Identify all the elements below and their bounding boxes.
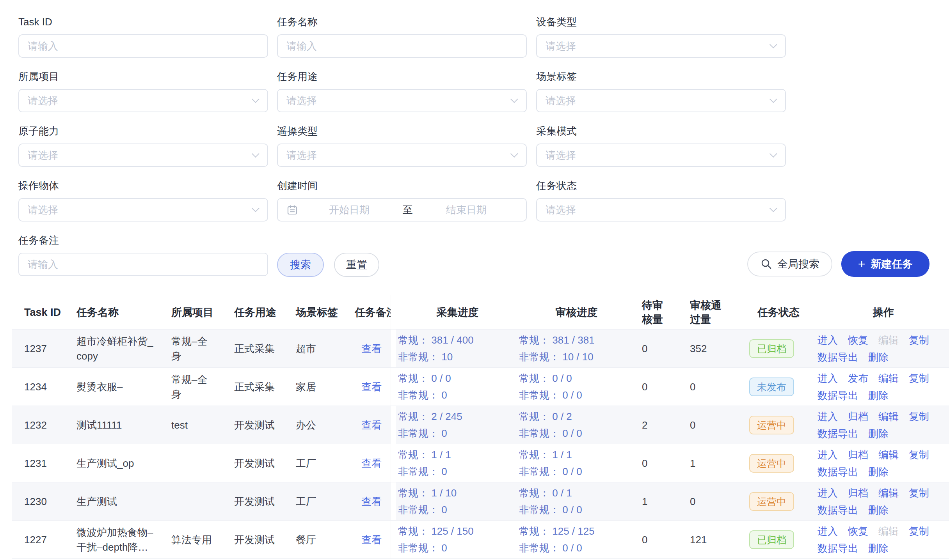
table-row: 1234 熨烫衣服– 常规–全身 正式采集 家居 查看 常规： 0 / 0非常规… — [12, 368, 949, 406]
cell-pending-count: 1 — [634, 482, 681, 520]
op-export[interactable]: 数据导出 — [817, 503, 858, 517]
date-range-picker[interactable]: 开始日期 至 结束日期 — [277, 198, 527, 222]
op-enter[interactable]: 进入 — [817, 448, 838, 462]
field-device-type: 设备类型 请选择 — [536, 16, 786, 58]
view-remark-link[interactable]: 查看 — [361, 379, 382, 394]
op-delete[interactable]: 删除 — [868, 388, 889, 402]
op-enter[interactable]: 进入 — [817, 371, 838, 385]
atomic-ability-select[interactable]: 请选择 — [18, 144, 268, 167]
task-status-select[interactable]: 请选择 — [536, 198, 786, 222]
cell-collect-progress: 常规： 2 / 245非常规： 0 — [396, 406, 517, 444]
op-copy[interactable]: 复制 — [909, 333, 929, 347]
global-search-button[interactable]: 全局搜索 — [747, 252, 832, 276]
op-edit[interactable]: 编辑 — [878, 371, 899, 385]
op-archive[interactable]: 归档 — [848, 409, 868, 424]
cell-pending-count: 0 — [634, 521, 681, 558]
search-button[interactable]: 搜索 — [277, 253, 324, 277]
op-edit: 编辑 — [878, 524, 899, 538]
op-copy[interactable]: 复制 — [909, 371, 929, 385]
cell-project: 算法专用 — [167, 521, 230, 558]
cell-pending-count: 0 — [634, 368, 681, 406]
cell-review-progress: 常规： 125 / 125非常规： 0 / 0 — [517, 521, 634, 558]
view-remark-link[interactable]: 查看 — [361, 418, 382, 432]
cell-collect-progress: 常规： 381 / 400非常规： 10 — [396, 330, 517, 367]
scene-tag-select[interactable]: 请选择 — [536, 89, 786, 112]
task-remark-input[interactable]: 请输入 — [18, 253, 268, 276]
cell-task-name: 生产测试 — [73, 482, 167, 520]
op-publish[interactable]: 发布 — [848, 371, 868, 385]
field-label: 任务用途 — [277, 70, 527, 83]
op-delete[interactable]: 删除 — [868, 465, 889, 479]
view-remark-link[interactable]: 查看 — [361, 494, 382, 509]
op-delete[interactable]: 删除 — [868, 541, 889, 555]
purpose-select[interactable]: 请选择 — [277, 89, 527, 112]
status-badge: 未发布 — [749, 377, 794, 396]
chevron-down-icon — [770, 41, 777, 48]
chevron-down-icon — [770, 150, 777, 158]
cell-task-name: 生产测试_op — [73, 444, 167, 482]
op-export[interactable]: 数据导出 — [817, 350, 858, 364]
op-enter[interactable]: 进入 — [817, 333, 838, 347]
op-delete[interactable]: 删除 — [868, 427, 889, 441]
cell-pending-count: 0 — [634, 444, 681, 482]
cell-actions: 进入 归档 编辑 复制 数据导出 删除 — [810, 444, 949, 482]
header-pending-count: 待审核量 — [634, 295, 681, 329]
date-start-placeholder[interactable]: 开始日期 — [298, 203, 400, 217]
field-scene-tag: 场景标签 请选择 — [536, 70, 786, 112]
reset-button[interactable]: 重置 — [334, 253, 379, 277]
op-archive[interactable]: 归档 — [848, 448, 868, 462]
field-collect-mode: 采集模式 请选择 — [536, 125, 786, 167]
field-label: 遥操类型 — [277, 125, 527, 137]
op-delete[interactable]: 删除 — [868, 350, 889, 364]
cell-collect-progress: 常规： 0 / 0非常规： 0 — [396, 368, 517, 406]
task-management-page: Task ID 请输入 任务名称 请输入 设备类型 请选择 所属项目 请选择 — [0, 0, 949, 560]
status-badge: 已归档 — [749, 530, 794, 549]
op-edit[interactable]: 编辑 — [878, 486, 899, 500]
op-export[interactable]: 数据导出 — [817, 465, 858, 479]
op-restore[interactable]: 恢复 — [848, 333, 868, 347]
cell-purpose: 开发测试 — [230, 482, 292, 520]
op-edit[interactable]: 编辑 — [878, 448, 899, 462]
teleop-type-select[interactable]: 请选择 — [277, 144, 527, 167]
chevron-down-icon — [510, 95, 518, 103]
device-type-select[interactable]: 请选择 — [536, 34, 786, 58]
collect-mode-select[interactable]: 请选择 — [536, 144, 786, 167]
op-export[interactable]: 数据导出 — [817, 388, 858, 402]
cell-actions: 进入 归档 编辑 复制 数据导出 删除 — [810, 406, 949, 444]
view-remark-link[interactable]: 查看 — [361, 532, 382, 547]
op-archive[interactable]: 归档 — [848, 486, 868, 500]
cell-purpose: 开发测试 — [230, 521, 292, 558]
date-end-placeholder[interactable]: 结束日期 — [415, 203, 517, 217]
op-export[interactable]: 数据导出 — [817, 427, 858, 441]
op-enter[interactable]: 进入 — [817, 409, 838, 424]
fixed-column-divider — [391, 521, 396, 558]
op-enter[interactable]: 进入 — [817, 486, 838, 500]
cell-pending-count: 0 — [634, 330, 681, 367]
op-export[interactable]: 数据导出 — [817, 541, 858, 555]
table-row: 1230 生产测试 开发测试 工厂 查看 常规： 1 / 10非常规： 0 常规… — [12, 482, 949, 521]
object-select[interactable]: 请选择 — [18, 198, 268, 222]
field-label: 任务名称 — [277, 16, 527, 28]
op-copy[interactable]: 复制 — [909, 486, 929, 500]
project-select[interactable]: 请选择 — [18, 89, 268, 112]
op-restore[interactable]: 恢复 — [848, 524, 868, 538]
view-remark-link[interactable]: 查看 — [361, 341, 382, 356]
view-remark-link[interactable]: 查看 — [361, 456, 382, 471]
cell-scene: 超市 — [292, 330, 352, 367]
cell-scene: 工厂 — [292, 444, 352, 482]
op-enter[interactable]: 进入 — [817, 524, 838, 538]
new-task-button[interactable]: + 新建任务 — [841, 251, 929, 277]
task-id-input[interactable]: 请输入 — [18, 34, 268, 58]
op-edit[interactable]: 编辑 — [878, 409, 899, 424]
op-copy[interactable]: 复制 — [909, 448, 929, 462]
cell-task-id: 1237 — [12, 330, 73, 367]
op-copy[interactable]: 复制 — [909, 524, 929, 538]
date-separator: 至 — [403, 203, 413, 217]
op-copy[interactable]: 复制 — [909, 409, 929, 424]
op-delete[interactable]: 删除 — [868, 503, 889, 517]
task-name-input[interactable]: 请输入 — [277, 34, 527, 58]
cell-passed-count: 0 — [681, 406, 734, 444]
field-label: 场景标签 — [536, 70, 786, 83]
table-header-row: Task ID 任务名称 所属项目 任务用途 场景标签 任务备注 采集进度 审核… — [12, 295, 949, 330]
cell-task-id: 1230 — [12, 482, 73, 520]
